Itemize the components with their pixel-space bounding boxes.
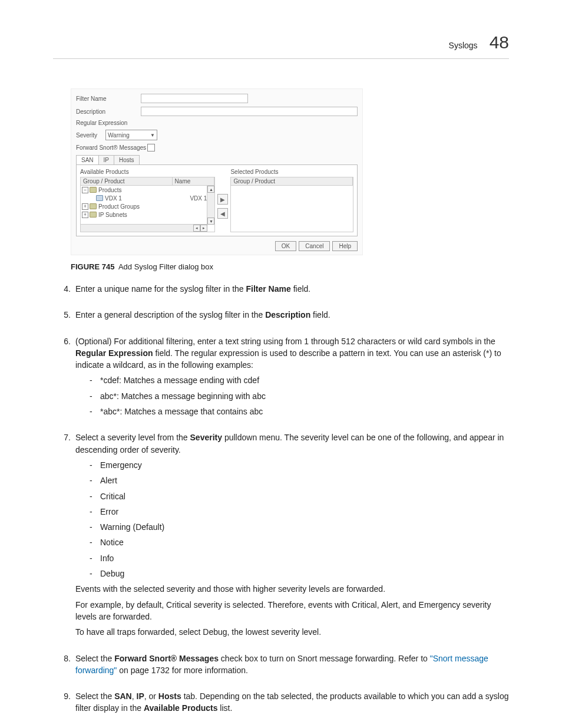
- ok-button[interactable]: OK: [275, 241, 296, 251]
- page-header: Syslogs 48: [53, 32, 509, 52]
- section-title: Syslogs: [449, 41, 478, 50]
- tree-row-vdx1[interactable]: VDX 1 VDX 1: [81, 194, 214, 202]
- move-right-button[interactable]: ▶: [217, 194, 228, 205]
- list-item: Emergency: [90, 459, 509, 471]
- description-input[interactable]: [141, 107, 358, 116]
- list-item: Notice: [90, 536, 509, 548]
- figure-caption: FIGURE 745 Add Syslog Filter dialog box: [71, 262, 509, 271]
- chevron-down-icon: ▼: [150, 133, 155, 138]
- figure-text: Add Syslog Filter dialog box: [118, 262, 213, 271]
- scroll-up-icon[interactable]: ▲: [207, 186, 214, 193]
- list-item: Error: [90, 506, 509, 518]
- col-name[interactable]: Name: [173, 177, 215, 185]
- folder-icon: [90, 203, 97, 209]
- expand-icon[interactable]: +: [82, 212, 88, 218]
- collapse-icon[interactable]: −: [82, 187, 88, 193]
- tree-row-ip-subnets[interactable]: + IP Subnets: [81, 210, 214, 219]
- step-4: 4. Enter a unique name for the syslog fi…: [53, 283, 509, 298]
- mover-buttons: ▶ ◀: [217, 169, 228, 232]
- col-group-product-sel[interactable]: Group / Product: [231, 177, 353, 185]
- dialog-tabs: SAN IP Hosts: [76, 155, 358, 164]
- step-8: 8. Select the Forward Snort® Messages ch…: [53, 653, 509, 680]
- severity-select[interactable]: Warning ▼: [105, 130, 157, 140]
- regex-label: Regular Expression: [76, 120, 141, 126]
- vertical-scrollbar[interactable]: ▲ ▼: [207, 186, 214, 225]
- device-icon: [96, 195, 103, 201]
- list-item: Warning (Default): [90, 521, 509, 533]
- list-item: *cdef: Matches a message ending with cde…: [90, 374, 509, 386]
- move-left-button[interactable]: ◀: [217, 208, 228, 219]
- list-item: *abc*: Matches a message that contains a…: [90, 406, 509, 417]
- help-button[interactable]: Help: [332, 241, 358, 251]
- list-item: Alert: [90, 475, 509, 486]
- list-item: abc*: Matches a message beginning with a…: [90, 390, 509, 402]
- horizontal-scrollbar[interactable]: ◂ ▸: [81, 224, 207, 232]
- severity-value: Warning: [108, 132, 130, 139]
- available-products-title: Available Products: [80, 169, 215, 176]
- list-item: Debug: [90, 568, 509, 579]
- selected-products-title: Selected Products: [230, 169, 353, 176]
- tree-row-product-groups[interactable]: + Product Groups: [81, 202, 214, 210]
- tab-hosts[interactable]: Hosts: [114, 155, 140, 164]
- selected-products-panel: Selected Products Group / Product: [230, 169, 353, 232]
- scroll-down-icon[interactable]: ▼: [207, 218, 214, 225]
- scroll-right-icon[interactable]: ▸: [200, 225, 207, 232]
- chapter-number: 48: [490, 32, 509, 52]
- header-rule: [53, 58, 509, 59]
- filter-name-input[interactable]: [141, 94, 248, 103]
- cancel-button[interactable]: Cancel: [299, 241, 330, 251]
- forward-snort-checkbox[interactable]: [147, 144, 155, 151]
- tab-body: Available Products Group / Product Name …: [76, 164, 358, 236]
- list-item: Info: [90, 552, 509, 564]
- available-products-panel: Available Products Group / Product Name …: [80, 169, 215, 232]
- scroll-left-icon[interactable]: ◂: [193, 225, 200, 232]
- step-5: 5. Enter a general description of the sy…: [53, 309, 509, 324]
- add-syslog-filter-dialog: Filter Name Description Regular Expressi…: [71, 88, 363, 255]
- step-7: 7. Select a severity level from the Seve…: [53, 431, 509, 641]
- col-group-product[interactable]: Group / Product: [81, 177, 173, 185]
- description-label: Description: [76, 108, 141, 115]
- figure-label: FIGURE 745: [71, 262, 114, 271]
- step-6: 6. (Optional) For additional filtering, …: [53, 335, 509, 421]
- step-9: 9. Select the SAN, IP, or Hosts tab. Dep…: [53, 690, 509, 718]
- forward-snort-label: Forward Snort® Messages: [76, 144, 146, 151]
- severity-label: Severity: [76, 132, 105, 139]
- expand-icon[interactable]: +: [82, 203, 88, 210]
- folder-icon: [90, 187, 97, 193]
- tab-ip[interactable]: IP: [98, 155, 114, 164]
- tab-san[interactable]: SAN: [76, 155, 99, 164]
- list-item: Critical: [90, 490, 509, 502]
- filter-name-label: Filter Name: [76, 95, 141, 102]
- folder-icon: [90, 212, 97, 218]
- tree-row-products[interactable]: − Products: [81, 186, 214, 194]
